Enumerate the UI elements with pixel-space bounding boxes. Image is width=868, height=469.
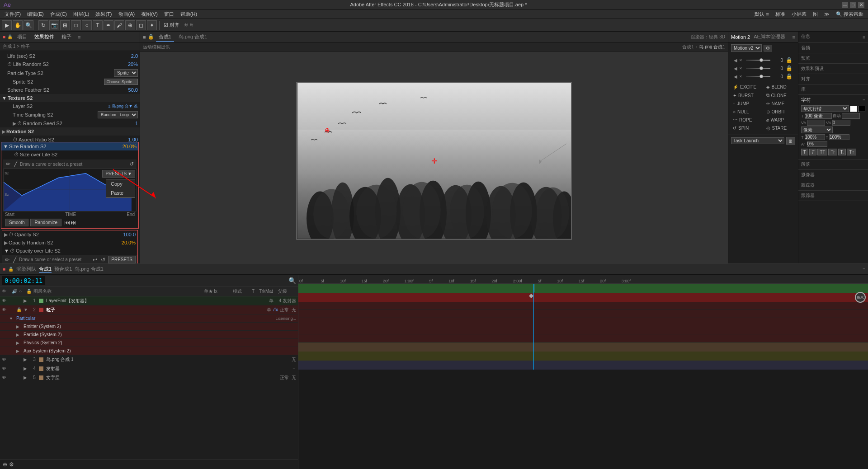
effect-texture-section[interactable]: ▼ Texture S2 (0, 94, 140, 102)
menu-window[interactable]: 窗口 (161, 10, 177, 19)
timeline-menu-icon[interactable]: ≡ (863, 267, 865, 272)
effect-size-over-life[interactable]: ⏱ Size over Life S2 (1, 150, 138, 159)
motion-menu[interactable]: ≡ (793, 34, 795, 40)
motion-version-select[interactable]: Motion v2 (731, 44, 762, 52)
tool-text[interactable]: T (93, 20, 103, 30)
collapse-particle[interactable]: ▶ (16, 333, 23, 337)
slider-thumb-2[interactable] (760, 66, 763, 70)
layer-row-aux[interactable]: ▶ Aux System (System 2) (0, 347, 298, 355)
color-black-swatch[interactable] (858, 106, 865, 112)
excite-btn[interactable]: ⚡ EXCITE (730, 83, 763, 91)
particle-type-dropdown[interactable]: Sprite (114, 69, 138, 77)
t-super-btn[interactable]: T↑ (847, 149, 856, 155)
layer-row-1[interactable]: 👁 ▶ 1 LayerEmit【发射器】 单 4.发射器 (0, 296, 298, 305)
null-btn[interactable]: ○ NULL (730, 108, 763, 116)
layer-row-3[interactable]: 👁 ▶ 3 鸟.png 合成 1 无 (0, 355, 298, 364)
effect-sprite[interactable]: Sprite S2 Choose Sprite... (0, 78, 140, 86)
lock-icon-1[interactable]: 🔒 (786, 57, 793, 63)
slider-collapse-1[interactable]: ◀ (734, 58, 737, 63)
panel-menu-icon[interactable]: ≡ (78, 34, 80, 40)
curve-refresh-btn[interactable]: ↺ (128, 160, 135, 168)
clone-btn[interactable]: ⧉ CLONE (764, 91, 797, 99)
tool-rotate[interactable]: ↻ (38, 20, 48, 30)
tab-particles[interactable]: 粒子 (59, 33, 74, 41)
comp-nav-back[interactable]: 合成1 (682, 44, 694, 50)
close-button[interactable]: ✕ (858, 2, 864, 8)
tab-comp1-timeline[interactable]: 合成1 (39, 266, 52, 273)
search-help[interactable]: 🔍 搜索帮助 (833, 10, 866, 19)
menu-layer[interactable]: 图层(L) (71, 10, 92, 19)
burst-btn[interactable]: ✦ BURST (730, 91, 763, 99)
motion-settings-btn[interactable]: ⚙ (764, 45, 772, 52)
tool-camera[interactable]: 📷 (49, 20, 59, 30)
opacity-undo-btn[interactable]: ↩ (92, 256, 98, 263)
timeline-close-icon[interactable]: ■ (3, 267, 5, 272)
presets-btn[interactable]: PRESETS ▼ (102, 170, 135, 178)
slider-collapse-3[interactable]: ◀ (734, 74, 737, 79)
workspace-standard[interactable]: 标准 (773, 10, 788, 19)
collapse-3[interactable]: ▶ (24, 357, 30, 362)
bold-btn[interactable]: T (801, 149, 808, 155)
randomize-button[interactable]: Randomize (30, 219, 61, 226)
kerning-input[interactable] (832, 120, 850, 126)
menu-effects[interactable]: 效果(T) (93, 10, 114, 19)
copy-menu-item[interactable]: Copy (106, 179, 135, 188)
menu-help[interactable]: 帮助(H) (178, 10, 200, 19)
tracking-input[interactable] (807, 120, 825, 126)
motion-tab[interactable]: Motion 2 (731, 34, 750, 40)
timeline-right[interactable]: 0f 5f 10f 15f 20f 1:00f 5f 10f 15f 20f 2… (298, 275, 868, 469)
opacity-presets-btn[interactable]: PRESETS (108, 256, 136, 263)
v-scale-input[interactable] (829, 134, 849, 140)
tool-puppet[interactable]: ✦ (147, 20, 157, 30)
effect-opacity[interactable]: ▶ ⏱ Opacity S2 100.0 (2, 230, 137, 239)
effect-time-sampling[interactable]: Time Sampling S2 Random - Loop (0, 110, 140, 119)
rope-btn[interactable]: 〰 ROPE (730, 116, 763, 124)
t-upper-btn[interactable]: Tr (828, 149, 837, 155)
name-btn[interactable]: ✏ NAME (764, 100, 797, 108)
slider-thumb-1[interactable] (760, 58, 763, 62)
slider-track-1[interactable] (746, 60, 770, 61)
collapse-emitter[interactable]: ▶ (16, 324, 23, 329)
collapse-2[interactable]: ▼ (24, 307, 30, 312)
tool-clone[interactable]: ⊕ (125, 20, 135, 30)
collapse-aux[interactable]: ▶ (16, 349, 23, 353)
effect-random-seed[interactable]: ▶ ⏱ Random Seed S2 1 (0, 119, 140, 127)
font-family-select[interactable]: 华文行楷 (801, 105, 849, 112)
tool-mask-ellipse[interactable]: ○ (82, 20, 92, 30)
tool-hand[interactable]: ✋ (13, 20, 23, 30)
tab-bird-comp[interactable]: 鸟.png 合成1 (176, 33, 210, 41)
playhead[interactable] (533, 284, 534, 370)
opacity-refresh-btn[interactable]: ↺ (100, 256, 106, 263)
layer-row-particle[interactable]: ▶ Particle (System 2) (0, 331, 298, 339)
layer-row-4[interactable]: 👁 ▶ 4 发射器 － (0, 364, 298, 373)
collapse-1[interactable]: ▶ (24, 298, 30, 303)
smooth-button[interactable]: Smooth (5, 219, 28, 226)
tab-render-queue[interactable]: 渲染列队 (16, 266, 36, 272)
paste-menu-item[interactable]: Paste (106, 188, 135, 197)
curve-line-btn[interactable]: ╱ (13, 160, 18, 168)
line-height-input[interactable] (842, 113, 860, 119)
workspace-more[interactable]: ≫ (821, 10, 832, 18)
tab-effects[interactable]: 效果控件 (32, 33, 57, 41)
warp-btn[interactable]: ⌀ WARP (764, 116, 797, 124)
tool-pen[interactable]: ✒ (104, 20, 113, 30)
effect-life[interactable]: Life (sec) S2 2.0 (0, 52, 140, 60)
h-scale-input[interactable] (805, 134, 825, 140)
spin-btn[interactable]: ↺ SPIN (730, 124, 763, 132)
curve-pencil-btn[interactable]: ✏ (5, 160, 11, 168)
tool-eraser[interactable]: ◻ (136, 20, 146, 30)
slider-track-3[interactable] (746, 76, 770, 77)
collapse-4[interactable]: ▶ (24, 366, 30, 371)
info-menu[interactable]: ≡ (863, 35, 865, 40)
typography-menu[interactable]: ≡ (863, 98, 865, 103)
tool-mask-rect[interactable]: □ (71, 20, 81, 30)
comp-close-icon[interactable]: ■ (143, 34, 146, 40)
maximize-button[interactable]: □ (850, 2, 856, 8)
collapse-physics[interactable]: ▶ (16, 341, 23, 345)
effect-layer[interactable]: Layer S2 3.鸟.png 合▼ 准 (0, 102, 140, 110)
orbit-btn[interactable]: ⊙ ORBIT (764, 108, 797, 116)
unit-select[interactable]: 像素 (801, 127, 833, 133)
effect-opacity-random[interactable]: ▶ Opacity Random S2 20.0% (2, 239, 137, 247)
layer-row-particular[interactable]: ▼ Particular Licensing... (0, 314, 298, 323)
time-display[interactable]: 0:00:02:11 (2, 276, 45, 285)
